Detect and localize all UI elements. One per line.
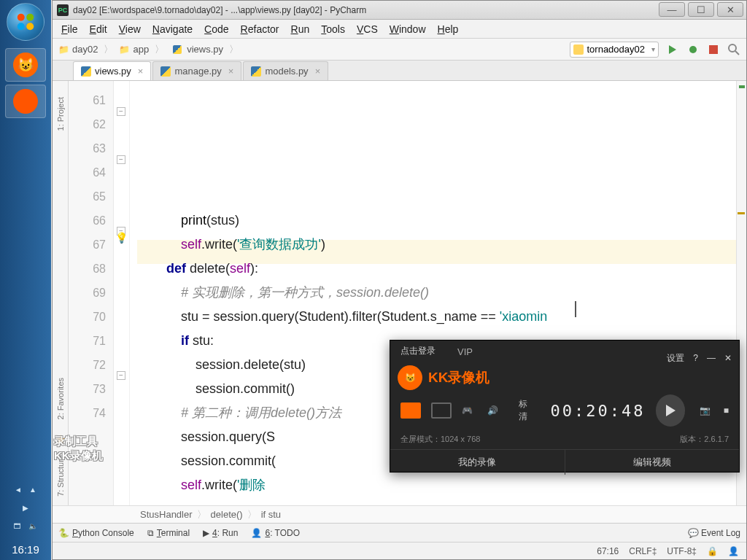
taskbar-app-kk[interactable]: 😺 xyxy=(5,48,46,82)
bottom-tab[interactable]: ⧉Terminal xyxy=(147,528,190,538)
svg-point-3 xyxy=(26,23,34,30)
code-crumb[interactable]: if stu xyxy=(261,509,281,520)
editor-area: 1: Project 2: Favorites ★ 7: Structure 6… xyxy=(53,81,746,505)
debug-icon[interactable] xyxy=(686,43,700,56)
breadcrumb-item[interactable]: app xyxy=(133,44,149,55)
hector-icon[interactable]: 👤 xyxy=(728,546,739,556)
intention-bulb-icon[interactable]: 💡 xyxy=(115,232,127,244)
taskbar-clock[interactable]: 16:19 xyxy=(12,543,39,556)
maximize-button[interactable]: ☐ xyxy=(688,2,714,17)
event-log[interactable]: 💬 Event Log xyxy=(688,528,740,538)
bottom-tab[interactable]: 👤6: TODO xyxy=(251,528,300,538)
code-crumb[interactable]: delete() xyxy=(211,509,243,520)
toolbar: 📁day02〉📁app〉views.py〉 tornadoday02 xyxy=(53,39,746,61)
windows-taskbar: 😺 ◄▲ ▶ 🗔🔈 16:19 xyxy=(0,0,51,560)
svg-marker-4 xyxy=(669,45,676,54)
search-icon[interactable] xyxy=(727,43,740,56)
system-tray[interactable]: ◄▲ xyxy=(15,486,36,494)
tab-close-icon[interactable]: × xyxy=(315,66,321,77)
bottom-tab[interactable]: 🐍Python Console xyxy=(58,528,134,538)
menu-vcs[interactable]: VCS xyxy=(351,21,384,37)
pycharm-window: PC day02 [E:\wordspace\9.tornado\day02] … xyxy=(52,0,747,560)
caret-position[interactable]: 67:16 xyxy=(597,546,619,556)
code-editor[interactable]: ng_1' print(stus) self.write('查询数据成功') d… xyxy=(130,81,736,505)
close-button[interactable]: ✕ xyxy=(717,2,743,17)
minimize-button[interactable]: — xyxy=(659,2,685,17)
editor-tab[interactable]: manage.py× xyxy=(152,61,241,80)
svg-line-8 xyxy=(735,51,739,55)
window-title: day02 [E:\wordspace\9.tornado\day02] - .… xyxy=(73,5,366,15)
breadcrumb-item[interactable]: day02 xyxy=(72,44,98,55)
editor-tabs: views.py×manage.py×models.py× xyxy=(53,61,746,81)
bottom-tool-tabs: 🐍Python Console⧉Terminal▶4: Run👤6: TODO💬… xyxy=(53,523,746,542)
menu-tools[interactable]: Tools xyxy=(315,21,351,37)
editor-tab[interactable]: models.py× xyxy=(243,61,328,80)
menu-view[interactable]: View xyxy=(113,21,147,37)
code-crumb[interactable]: StusHandler xyxy=(140,509,193,520)
menu-bar: FileEditViewNavigateCodeRefactorRunTools… xyxy=(53,20,746,39)
svg-point-2 xyxy=(18,23,25,30)
favorites-tab[interactable]: 2: Favorites xyxy=(56,378,65,419)
menu-run[interactable]: Run xyxy=(285,21,316,37)
tab-close-icon[interactable]: × xyxy=(138,66,144,77)
editor-tab[interactable]: views.py× xyxy=(73,61,151,80)
menu-navigate[interactable]: Navigate xyxy=(147,21,198,37)
start-button[interactable] xyxy=(7,3,44,41)
taskbar-app-2[interactable] xyxy=(5,85,46,118)
svg-point-1 xyxy=(26,14,34,21)
watermark: 录制工具 KK录像机 xyxy=(54,434,103,463)
breadcrumbs[interactable]: 📁day02〉📁app〉views.py〉 xyxy=(58,43,241,56)
stop-icon[interactable] xyxy=(707,43,720,56)
menu-edit[interactable]: Edit xyxy=(84,21,113,37)
svg-point-0 xyxy=(18,14,25,21)
window-titlebar[interactable]: PC day02 [E:\wordspace\9.tornado\day02] … xyxy=(53,1,746,20)
line-separator[interactable]: CRLF‡ xyxy=(629,546,657,556)
svg-rect-6 xyxy=(709,45,718,54)
menu-window[interactable]: Window xyxy=(384,21,432,37)
run-config-selector[interactable]: tornadoday02 xyxy=(570,42,659,58)
menu-code[interactable]: Code xyxy=(198,21,234,37)
bottom-tab[interactable]: ▶4: Run xyxy=(203,528,238,538)
lock-icon[interactable]: 🔒 xyxy=(707,546,718,556)
run-icon[interactable] xyxy=(666,43,679,56)
code-crumbs[interactable]: StusHandler〉delete()〉if stu xyxy=(53,505,746,523)
svg-point-5 xyxy=(689,46,697,53)
tab-close-icon[interactable]: × xyxy=(228,66,234,77)
fold-column[interactable]: −−−−💡 xyxy=(114,81,130,505)
file-encoding[interactable]: UTF-8‡ xyxy=(667,546,697,556)
svg-point-7 xyxy=(729,44,736,52)
menu-refactor[interactable]: Refactor xyxy=(235,21,285,37)
project-tab[interactable]: 1: Project xyxy=(56,97,65,131)
menu-help[interactable]: Help xyxy=(432,21,465,37)
status-bar: 67:16 CRLF‡ UTF-8‡ 🔒 👤 xyxy=(53,542,746,559)
breadcrumb-item[interactable]: views.py xyxy=(187,44,223,55)
menu-file[interactable]: File xyxy=(55,21,84,37)
pycharm-icon: PC xyxy=(57,4,69,16)
